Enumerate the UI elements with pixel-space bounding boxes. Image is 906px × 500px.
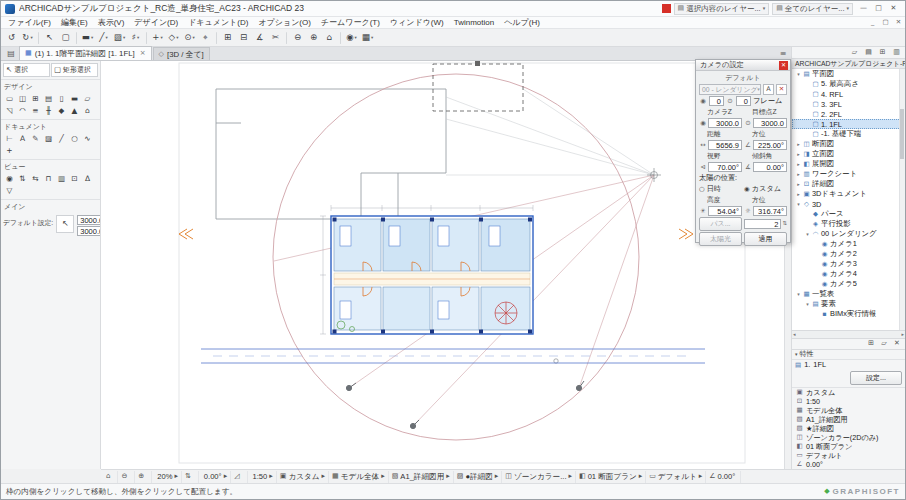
expander-icon[interactable]: ▾ <box>804 232 811 237</box>
expander-icon[interactable]: ▸ <box>795 192 802 197</box>
section-main[interactable]: メイン <box>1 199 100 213</box>
dimension-style[interactable]: ▭ デフォルト <box>792 451 905 460</box>
tree-item[interactable]: ▪ BIMx実行情報 <box>792 309 905 319</box>
organizer-icon[interactable]: ⊞ <box>876 47 889 58</box>
doc-minimize-button[interactable]: _ <box>866 19 879 26</box>
beam-tool-icon[interactable]: ▬ <box>68 93 81 105</box>
pin-palette-icon[interactable]: ▱ <box>848 47 861 58</box>
mesh-tool-icon[interactable]: ▲ <box>68 105 81 117</box>
altitude-field[interactable]: 54.04° <box>708 206 742 216</box>
elevation-tool-icon[interactable]: ⇆ <box>29 173 42 185</box>
camera-path-select[interactable]: 00 - レンダリング ▾ <box>699 84 761 95</box>
menu-item[interactable]: ファイル(F) <box>3 17 56 28</box>
menu-item[interactable]: ヘルプ(H) <box>499 17 545 28</box>
shell-tool-icon[interactable]: ◠ <box>16 105 29 117</box>
graphic-override[interactable]: ◫ ゾーンカラー... ▸ <box>502 471 576 483</box>
section-document[interactable]: ドキュメント <box>1 119 100 133</box>
tree-item[interactable]: ▢ 5. 最高高さ <box>792 79 905 89</box>
section-tool-icon[interactable]: ⇅ <box>16 173 29 185</box>
view-menu-icon[interactable]: ▤ <box>3 47 19 60</box>
tree-scrollbar[interactable] <box>899 69 905 330</box>
radio-custom[interactable]: ◉ カスタム <box>744 184 787 194</box>
measure-icon[interactable]: ∡ <box>252 31 267 45</box>
hotspot-tool-icon[interactable]: + <box>3 145 16 157</box>
fill-tool-icon[interactable]: ▨ <box>42 133 55 145</box>
sun-azimuth-field[interactable]: 316.74° <box>753 206 787 216</box>
settings-button[interactable]: 設定... <box>850 371 902 385</box>
interior-elevation-tool-icon[interactable]: ⊓ <box>42 173 55 185</box>
favorite-line-icon[interactable]: ╱ <box>96 31 111 45</box>
cut-icon[interactable]: ✂ <box>268 31 283 45</box>
renovation-filter[interactable]: ◧ 01 断面プラン ▸ <box>576 471 646 483</box>
tree-item[interactable]: ▾ ▤ 要素 <box>792 299 905 309</box>
path-button[interactable]: パス... <box>699 217 742 231</box>
scroll-right-icon[interactable]: ▸ <box>901 332 904 337</box>
door-tool-icon[interactable]: ◫ <box>16 93 29 105</box>
fit-in-window-icon[interactable]: ⌂ <box>103 471 118 483</box>
menu-item[interactable]: デザイン(D) <box>129 17 183 28</box>
tree-item[interactable]: ▸ ◫ 断面図 <box>792 139 905 149</box>
expander-icon[interactable]: ▸ <box>795 162 802 167</box>
expander-icon[interactable]: ▸ <box>795 142 802 147</box>
toolbar-separator[interactable] <box>76 32 77 44</box>
tree-item[interactable]: ◉ カメラ2 <box>792 249 905 259</box>
apply-button[interactable]: 適用 <box>744 232 787 246</box>
dimension-tool-icon[interactable]: ⊢ <box>3 133 16 145</box>
orientation-angle[interactable]: ∠ 0.00° <box>706 471 741 483</box>
structure-display[interactable]: ▦ モデル全体 ▸ <box>329 471 389 483</box>
navigator-icon[interactable]: ▤ <box>862 47 875 58</box>
gravity-icon[interactable]: ⊙ <box>182 31 197 45</box>
slab-tool-icon[interactable]: ▱ <box>81 93 94 105</box>
tree-item[interactable]: ▾ ▤ 平面図 <box>792 69 905 79</box>
camera-number-field[interactable]: 0 <box>709 96 724 106</box>
drawing-scale[interactable]: 1:50 ▸ <box>248 471 277 483</box>
text-tool-icon[interactable]: A <box>16 133 29 145</box>
undo-icon[interactable]: ↺ <box>4 31 19 45</box>
tree-hscrollbar[interactable]: ◂ ▸ <box>792 331 905 338</box>
azimuth-field[interactable]: 225.00° <box>753 140 787 150</box>
section-view[interactable]: ビュー <box>1 159 100 173</box>
fit-in-window-icon[interactable]: ⌂ <box>322 31 337 45</box>
toolbar-separator[interactable] <box>286 32 287 44</box>
layer-combination[interactable]: ▣ カスタム <box>792 388 905 397</box>
frame-number-field[interactable]: 0 <box>736 96 751 106</box>
tree-item[interactable]: ▸ ▣ 3Dドキュメント <box>792 189 905 199</box>
tab-3d-view[interactable]: ◇ [3D / 全て] <box>153 47 210 60</box>
target-z-field[interactable]: 3000.0 <box>753 118 787 128</box>
arrow-select-button[interactable]: ↖ 選択 <box>3 63 50 77</box>
wall-tool-icon[interactable]: ▭ <box>3 93 16 105</box>
camera-z-field[interactable]: 3000.0 <box>77 215 101 225</box>
dimension-style[interactable]: ▭ デフォルト ▸ <box>646 471 706 483</box>
toolbar-separator[interactable] <box>38 32 39 44</box>
spinner-icon[interactable]: ⇅ <box>782 221 787 227</box>
close-tab-icon[interactable]: × <box>140 50 146 57</box>
tree-item[interactable]: ▢ 1. 1FL <box>792 119 905 129</box>
redo-icon[interactable]: ↻ <box>20 31 35 45</box>
tree-item[interactable]: ▢ 2. 2FL <box>792 109 905 119</box>
suspend-group-icon[interactable]: ⊟ <box>236 31 251 45</box>
tree-item[interactable]: ▸ ⊡ 詳細図 <box>792 179 905 189</box>
zone-tool-icon[interactable]: ⌂ <box>81 105 94 117</box>
camera-view-icon[interactable]: ◉ <box>344 31 359 45</box>
tree-item[interactable]: ◈ 平行投影 <box>792 219 905 229</box>
railing-tool-icon[interactable]: ╫ <box>42 105 55 117</box>
snap-points-icon[interactable]: ◇ <box>166 31 181 45</box>
camera-tool-icon[interactable]: ◉ <box>3 173 16 185</box>
stair-tool-icon[interactable]: ≡ <box>29 105 42 117</box>
tree-item[interactable]: ▢ -1. 基礎下端 <box>792 129 905 139</box>
scroll-left-icon[interactable]: ◂ <box>793 332 796 337</box>
tab-floor-plan[interactable]: ▦ (1) 1. 1階平面詳細図 [1. 1FL] × <box>19 46 152 60</box>
tree-item[interactable]: ▸ ◨ 立面図 <box>792 149 905 159</box>
expander-icon[interactable]: ▾ <box>795 72 802 77</box>
pen-set[interactable]: ▧ A1_詳細図用 ▸ <box>389 471 454 483</box>
arrow-tool-icon[interactable]: ↖ <box>42 31 57 45</box>
show-3d-icon[interactable]: ▦ <box>360 31 375 45</box>
expander-icon[interactable]: ▸ <box>795 172 802 177</box>
sunlight-button[interactable]: 太陽光 <box>699 232 742 246</box>
circle-tool-icon[interactable]: ○ <box>68 133 81 145</box>
favorite-fill-icon[interactable]: ▨ <box>112 31 127 45</box>
menu-item[interactable]: ドキュメント(D) <box>183 17 253 28</box>
toolbar-separator[interactable] <box>146 32 147 44</box>
tree-item[interactable]: ▸ ◧ 展開図 <box>792 159 905 169</box>
zoom-level[interactable]: 20% ▸ <box>152 471 182 483</box>
